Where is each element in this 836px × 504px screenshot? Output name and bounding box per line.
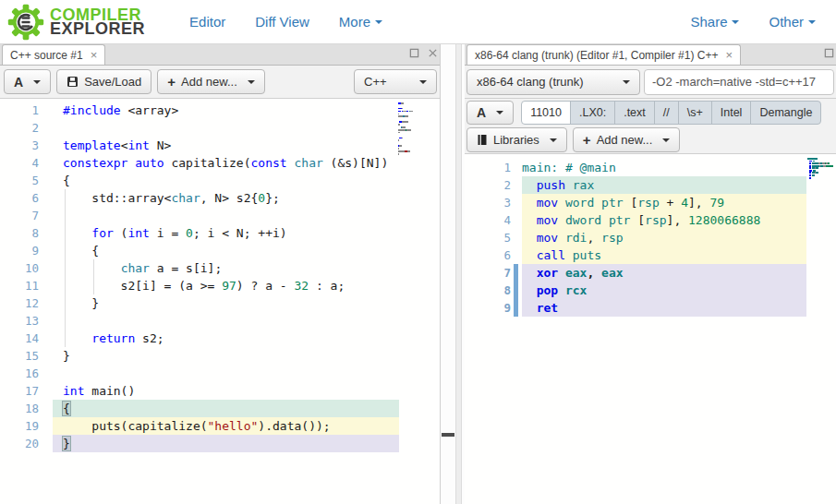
font-size-button[interactable]: A	[4, 69, 51, 94]
code-line[interactable]: 7	[0, 207, 440, 224]
nav-link-diff-view[interactable]: Diff View	[240, 14, 324, 30]
code-line[interactable]: 9 {	[0, 242, 440, 259]
line-number: 12	[0, 294, 39, 312]
gutter-decoration	[511, 299, 522, 317]
code-line[interactable]: 7 xor eax, eax	[465, 264, 836, 282]
compiler-select-button[interactable]: x86-64 clang (trunk)	[466, 69, 640, 95]
line-number: 16	[0, 365, 39, 382]
minimap-line	[398, 121, 414, 123]
assembly-minimap[interactable]	[807, 158, 835, 179]
code-line[interactable]: 15}	[0, 347, 440, 365]
source-minimap[interactable]	[398, 102, 414, 156]
code-line[interactable]: 20}	[0, 435, 440, 452]
minimap-line	[398, 115, 414, 117]
minimap-line	[398, 118, 414, 120]
code-text: mov dword ptr [rsp], 1280066888	[522, 211, 806, 229]
language-select-button[interactable]: C++	[354, 69, 437, 94]
code-line[interactable]: 6 std::array<char, N> s2{0};	[0, 189, 440, 207]
maximize-icon[interactable]	[409, 48, 419, 58]
code-line[interactable]: 3 mov word ptr [rsp + 4], 79	[465, 194, 836, 211]
tab-label: x86-64 clang (trunk) (Editor #1, Compile…	[475, 49, 718, 62]
code-line[interactable]: 12 }	[0, 294, 440, 312]
filter-intel-button[interactable]: Intel	[711, 101, 752, 125]
filter-whitespace-button[interactable]: \s+	[678, 101, 712, 125]
workspace: C++ source #1 × A Save/Load +Add new... …	[0, 44, 836, 504]
code-line[interactable]: 19 puts(capitalize("hello").data());	[0, 417, 440, 435]
code-line[interactable]: 1main: # @main	[465, 159, 836, 176]
tab-close-icon[interactable]: ×	[91, 49, 98, 61]
floppy-disk-icon	[67, 76, 79, 88]
code-line[interactable]: 2	[0, 119, 440, 137]
libraries-button[interactable]: Libraries	[466, 127, 567, 152]
tab-close-icon[interactable]: ×	[725, 49, 733, 61]
filter-demangle-button[interactable]: Demangle	[750, 101, 821, 125]
minimap-line	[398, 114, 414, 115]
nav-link-more[interactable]: More	[324, 14, 397, 30]
filter-directives-button[interactable]: .text	[614, 101, 655, 125]
code-text: call puts	[522, 246, 806, 264]
line-number: 6	[465, 246, 511, 264]
line-number: 9	[0, 242, 39, 259]
maximize-icon[interactable]	[824, 48, 834, 58]
filter-labels-button[interactable]: .LX0:	[570, 101, 615, 125]
line-number: 7	[0, 207, 39, 224]
code-line[interactable]: 8 for (int i = 0; i < N; ++i)	[0, 224, 440, 242]
code-text: {	[53, 172, 399, 189]
code-line[interactable]: 11 s2[i] = (a >= 97) ? a - 32 : a;	[0, 277, 440, 294]
source-code-editor[interactable]: 1#include <array>23template<int N>4const…	[0, 99, 440, 504]
code-text: }	[53, 294, 399, 312]
code-line[interactable]: 5 mov rdi, rsp	[465, 229, 836, 246]
add-new-button[interactable]: +Add new...	[573, 127, 680, 152]
gutter-decoration	[39, 242, 53, 259]
code-line[interactable]: 6 call puts	[465, 246, 836, 264]
gutter-decoration	[39, 277, 53, 294]
gutter-decoration	[39, 224, 53, 242]
code-line[interactable]: 3template<int N>	[0, 137, 440, 154]
close-icon[interactable]	[428, 48, 438, 58]
compiler-explorer-logo[interactable]: COMPILER EXPLORER	[0, 4, 145, 41]
filter-comments-button[interactable]: //	[654, 101, 679, 125]
minimap-line	[398, 124, 414, 126]
minimap-line	[398, 153, 414, 155]
code-line[interactable]: 2 push rax	[465, 176, 836, 194]
linked-lines-marker	[514, 264, 518, 282]
code-line[interactable]: 18{	[0, 400, 440, 417]
code-line[interactable]: 17int main()	[0, 382, 440, 400]
line-number: 4	[465, 211, 511, 229]
code-line[interactable]: 1#include <array>	[0, 102, 440, 119]
splitter-drag-handle[interactable]	[442, 433, 454, 437]
line-number: 5	[465, 229, 511, 246]
code-line[interactable]: 10 char a = s[i];	[0, 259, 440, 277]
line-number: 10	[0, 259, 39, 277]
minimap-line	[398, 145, 414, 147]
tab-cpp-source[interactable]: C++ source #1 ×	[2, 44, 105, 65]
gutter-decoration	[39, 259, 53, 277]
tab-compiler-output[interactable]: x86-64 clang (trunk) (Editor #1, Compile…	[466, 44, 741, 65]
code-line[interactable]: 5{	[0, 172, 440, 189]
nav-link-editor[interactable]: Editor	[175, 14, 240, 30]
gutter-decoration	[39, 154, 53, 172]
assembly-output-editor[interactable]: 1main: # @main2 push rax3 mov word ptr […	[465, 154, 836, 504]
code-line[interactable]: 4constexpr auto capitalize(const char (&…	[0, 154, 440, 172]
nav-link-share[interactable]: Share	[675, 14, 754, 30]
code-line[interactable]: 16	[0, 365, 440, 382]
nav-link-other[interactable]: Other	[754, 14, 830, 30]
code-line[interactable]: 14 return s2;	[0, 330, 440, 347]
code-text: {	[53, 242, 399, 259]
filter-binary-button[interactable]: 11010	[521, 101, 571, 125]
code-line[interactable]: 4 mov dword ptr [rsp], 1280066888	[465, 211, 836, 229]
pane-splitter[interactable]	[441, 44, 465, 504]
compiler-options-input[interactable]	[644, 69, 834, 95]
code-text: pop rcx	[522, 282, 806, 299]
code-line[interactable]: 13	[0, 312, 440, 330]
chevron-down-icon	[375, 20, 382, 24]
code-line[interactable]: 9 ret	[465, 299, 836, 317]
code-line[interactable]: 8 pop rcx	[465, 282, 836, 299]
code-text: constexpr auto capitalize(const char (&s…	[53, 154, 399, 172]
code-text: s2[i] = (a >= 97) ? a - 32 : a;	[53, 277, 399, 294]
gutter-decoration	[511, 159, 522, 176]
save-load-button[interactable]: Save/Load	[56, 69, 151, 94]
code-text	[53, 207, 399, 224]
add-new-button[interactable]: +Add new...	[157, 69, 264, 94]
font-size-button[interactable]: A	[466, 101, 514, 125]
